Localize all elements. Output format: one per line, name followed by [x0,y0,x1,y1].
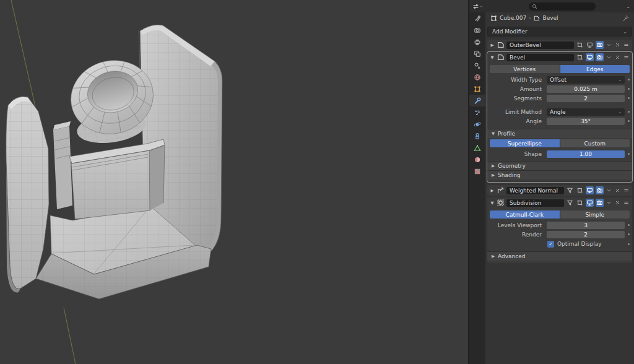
close-icon[interactable] [614,200,621,206]
subpanel-advanced[interactable]: ▶ Advanced [487,251,632,261]
tab-physics[interactable] [469,118,485,130]
tab-modifiers[interactable] [469,95,485,106]
animate-dot[interactable] [628,111,630,113]
modifier-name-field[interactable]: Weighted Normal [506,187,564,194]
segments-label: Segments [487,95,547,102]
edit-mode-toggle[interactable] [576,53,584,61]
drag-handle-icon[interactable] [623,42,630,48]
drag-handle-icon[interactable] [623,200,630,206]
affect-edges-button[interactable]: Edges [560,65,630,73]
subpanel-shading[interactable]: ▶ Shading [487,170,632,180]
catmull-clark-button[interactable]: Catmull-Clark [490,210,560,219]
extras-chevron-icon[interactable] [606,42,612,48]
render-levels-field[interactable]: 2 [547,231,625,238]
animate-dot[interactable] [628,153,630,155]
amount-field[interactable]: 0.025 m [547,85,625,93]
modifier-name-field[interactable]: OuterBevel [506,41,574,49]
realtime-toggle[interactable] [586,41,594,49]
extras-chevron-icon[interactable] [606,200,612,206]
limit-method-row: Limit Method Angle⌄ [487,107,632,116]
close-icon[interactable] [614,42,621,48]
modifier-header[interactable]: ▶ Weighted Normal [487,185,632,196]
subpanel-geometry[interactable]: ▶ Geometry [487,161,632,170]
animate-dot[interactable] [628,88,630,90]
optimal-display-row: ✓ Optimal Display [487,239,632,249]
profile-segmented-control: Superellipse Custom [490,139,630,147]
profile-superellipse-button[interactable]: Superellipse [490,139,560,147]
add-modifier-button[interactable]: Add Modifier ⌄ [487,27,632,37]
modifier-name-field[interactable]: Bevel [506,54,574,61]
tab-texture[interactable] [469,165,485,177]
animate-dot[interactable] [628,243,630,245]
levels-viewport-field[interactable]: 3 [547,222,625,229]
render-toggle[interactable] [596,199,604,207]
segments-row: Segments 2 [487,93,632,103]
shape-slider[interactable]: 1.00 [547,150,625,158]
editor-type-selector[interactable] [469,0,485,12]
vertex-group-filter-icon[interactable] [566,186,574,194]
extras-chevron-icon[interactable] [606,54,612,60]
animate-dot[interactable] [628,224,630,226]
modifier-header[interactable]: ▶ OuterBevel [487,40,632,50]
tab-view-layer[interactable] [469,48,485,59]
collapse-icon[interactable]: ▼ [490,55,495,60]
tab-scene[interactable] [469,59,485,71]
tab-material[interactable] [469,154,485,165]
tab-render[interactable] [469,24,485,36]
modifier-header[interactable]: ▼ Bevel [487,52,632,63]
render-toggle[interactable] [596,41,604,49]
optimal-display-checkbox[interactable]: ✓ [547,241,554,248]
expand-icon[interactable]: ▶ [490,188,495,193]
header-menu-chevron-icon[interactable]: ⌄ [626,4,630,9]
search-input[interactable] [529,2,596,11]
close-icon[interactable] [614,188,621,193]
width-type-dropdown[interactable]: Offset⌄ [547,76,625,84]
drag-handle-icon[interactable] [623,188,630,193]
y-axis-line-back [11,0,35,106]
limit-method-dropdown[interactable]: Angle⌄ [547,108,625,116]
tab-particles[interactable] [469,106,485,118]
drag-handle-icon[interactable] [623,54,630,60]
tab-world[interactable] [469,71,485,83]
animate-dot[interactable] [628,97,630,99]
segments-field[interactable]: 2 [547,95,625,102]
y-axis-line-front [64,308,76,364]
animate-dot[interactable] [628,233,630,235]
render-toggle[interactable] [596,53,604,61]
subpanel-profile[interactable]: ▼ Profile [487,129,632,138]
animate-dot[interactable] [628,79,630,80]
tab-tool[interactable] [469,12,485,24]
tab-output[interactable] [469,36,485,48]
tab-constraints[interactable] [469,130,485,142]
close-icon[interactable] [614,54,621,60]
width-type-label: Width Type [487,77,547,83]
breadcrumb-active[interactable]: Bevel [542,15,558,21]
edit-mode-toggle[interactable] [576,41,584,49]
vertex-group-filter-icon[interactable] [566,199,574,207]
profile-custom-button[interactable]: Custom [560,139,630,147]
render-toggle[interactable] [596,186,604,194]
tab-object-data[interactable] [469,142,485,154]
expand-icon[interactable]: ▶ [490,43,495,48]
animate-dot[interactable] [628,120,630,122]
realtime-toggle[interactable] [586,53,594,61]
modifier-header[interactable]: ▼ Subdivision [487,197,632,208]
collapse-icon[interactable]: ▼ [490,201,495,206]
angle-field[interactable]: 35° [547,118,625,125]
edit-mode-toggle[interactable] [576,199,584,207]
3d-viewport[interactable] [0,0,469,364]
affect-vertices-button[interactable]: Vertices [490,65,560,73]
simple-button[interactable]: Simple [560,210,630,219]
extras-chevron-icon[interactable] [606,188,612,193]
breadcrumb-object[interactable]: Cube.007 [500,15,526,21]
realtime-toggle[interactable] [586,199,594,207]
pin-icon[interactable] [622,15,629,22]
angle-label: Angle [487,118,547,124]
subpanel-advanced-label: Advanced [498,253,525,259]
modifier-name-field[interactable]: Subdivision [506,199,564,207]
properties-editor-icon [472,3,479,10]
tab-object[interactable] [469,83,485,95]
subdivision-algorithm-control: Catmull-Clark Simple [490,210,630,219]
edit-mode-toggle[interactable] [576,186,584,194]
realtime-toggle[interactable] [586,186,594,194]
